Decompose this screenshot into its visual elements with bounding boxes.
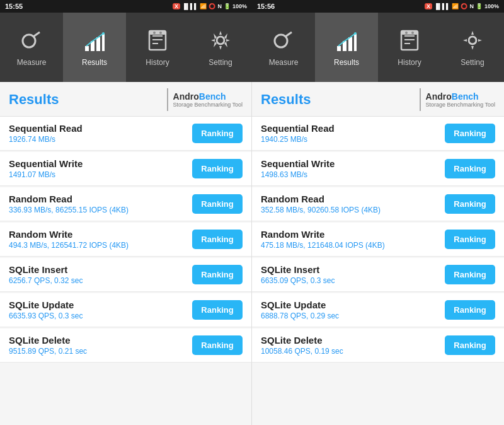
ranking-btn-seq-read-right[interactable]: Ranking xyxy=(445,124,495,143)
wifi-icon-left: 📶 xyxy=(200,3,207,9)
bench-value-seq-write-right: 1498.63 MB/s xyxy=(261,170,445,179)
bench-info-seq-write-right: Sequential Write 1498.63 MB/s xyxy=(261,158,445,179)
bench-value-sqlite-delete-right: 10058.46 QPS, 0.19 sec xyxy=(261,347,445,356)
bench-name-rand-write-left: Random Write xyxy=(9,229,192,240)
svg-rect-2 xyxy=(85,46,89,51)
bench-row-sqlite-update-left: SQLite Update 6635.93 QPS, 0.3 sec Ranki… xyxy=(0,293,251,327)
ranking-btn-seq-write-left[interactable]: Ranking xyxy=(192,159,243,178)
bench-row-seq-write-left: Sequential Write 1491.07 MB/s Ranking xyxy=(0,152,251,186)
bench-info-sqlite-update-right: SQLite Update 6888.78 QPS, 0.29 sec xyxy=(261,300,445,320)
setting-icon-left xyxy=(207,26,234,54)
results-header-right: Results AndroBench Storage Benchmarking … xyxy=(252,82,504,117)
ranking-btn-seq-write-right[interactable]: Ranking xyxy=(445,159,495,178)
results-icon-right xyxy=(333,26,360,54)
ranking-btn-rand-write-right[interactable]: Ranking xyxy=(445,230,495,249)
results-header-left: Results AndroBench Storage Benchmarking … xyxy=(0,82,251,117)
nav-label-results-right: Results xyxy=(334,58,359,67)
ranking-btn-sqlite-insert-left[interactable]: Ranking xyxy=(192,265,243,284)
bench-name-sqlite-delete-left: SQLite Delete xyxy=(9,335,192,346)
history-icon-right xyxy=(396,26,423,54)
bench-name-sqlite-insert-left: SQLite Insert xyxy=(9,264,192,275)
bench-row-seq-write-right: Sequential Write 1498.63 MB/s Ranking xyxy=(252,152,504,186)
nav-label-history-left: History xyxy=(146,58,169,67)
bench-row-sqlite-delete-right: SQLite Delete 10058.46 QPS, 0.19 sec Ran… xyxy=(252,329,504,363)
ranking-btn-sqlite-insert-right[interactable]: Ranking xyxy=(445,265,495,284)
ranking-btn-rand-write-left[interactable]: Ranking xyxy=(192,230,243,249)
setting-icon-right xyxy=(459,26,486,54)
bench-list-left: Sequential Read 1926.74 MB/s Ranking Seq… xyxy=(0,117,251,425)
androbench-logo-left: AndroBench Storage Benchmarking Tool xyxy=(167,88,243,111)
status-bars: 15:55 X ▐▌▌▌ 📶 ⭕ N 🔋 100% 15:56 X ▐▌▌▌ 📶… xyxy=(0,0,504,13)
nav-history-right[interactable]: History xyxy=(378,13,441,82)
logo-text-right: AndroBench xyxy=(426,91,495,102)
bench-row-sqlite-insert-right: SQLite Insert 6635.09 QPS, 0.3 sec Ranki… xyxy=(252,258,504,292)
wifi-icon-right: 📶 xyxy=(452,3,459,9)
bench-value-rand-read-right: 352.58 MB/s, 90260.58 IOPS (4KB) xyxy=(261,206,445,214)
bench-row-sqlite-update-right: SQLite Update 6888.78 QPS, 0.29 sec Rank… xyxy=(252,293,504,327)
bench-name-sqlite-update-left: SQLite Update xyxy=(9,300,192,310)
nav-measure-right[interactable]: Measure xyxy=(252,13,315,82)
androbench-logo-right: AndroBench Storage Benchmarking Tool xyxy=(420,88,495,111)
status-icons-right: X ▐▌▌▌ 📶 ⭕ N 🔋 100% xyxy=(425,3,499,9)
nav-results-right[interactable]: Results xyxy=(315,13,378,82)
bench-row-sqlite-delete-left: SQLite Delete 9515.89 QPS, 0.21 sec Rank… xyxy=(0,329,251,363)
svg-point-12 xyxy=(153,32,156,34)
nfc-icon-right: N xyxy=(469,3,474,9)
bench-info-sqlite-delete-right: SQLite Delete 10058.46 QPS, 0.19 sec xyxy=(261,335,445,356)
svg-point-15 xyxy=(217,37,224,44)
nav-history-left[interactable]: History xyxy=(126,13,189,82)
bench-row-rand-write-right: Random Write 475.18 MB/s, 121648.04 IOPS… xyxy=(252,223,504,257)
nav-setting-right[interactable]: Setting xyxy=(441,13,504,82)
bench-name-seq-write-left: Sequential Write xyxy=(9,158,192,169)
measure-icon-right xyxy=(270,26,297,54)
time-left: 15:55 xyxy=(5,3,23,10)
time-right: 15:56 xyxy=(257,3,275,10)
bench-info-sqlite-insert-right: SQLite Insert 6635.09 QPS, 0.3 sec xyxy=(261,264,445,285)
bench-list-right: Sequential Read 1940.25 MB/s Ranking Seq… xyxy=(252,117,504,425)
bench-row-rand-read-left: Random Read 336.93 MB/s, 86255.15 IOPS (… xyxy=(0,187,251,221)
ranking-btn-seq-read-left[interactable]: Ranking xyxy=(192,124,243,143)
svg-point-28 xyxy=(405,32,408,34)
bench-row-seq-read-right: Sequential Read 1940.25 MB/s Ranking xyxy=(252,117,504,151)
nav-label-measure-right: Measure xyxy=(269,58,299,67)
measure-icon-left xyxy=(18,26,45,54)
status-icons-left: X ▐▌▌▌ 📶 ⭕ N 🔋 100% xyxy=(173,3,247,9)
ranking-btn-sqlite-update-left[interactable]: Ranking xyxy=(192,300,243,320)
ranking-btn-rand-read-right[interactable]: Ranking xyxy=(445,194,495,214)
bench-name-seq-write-right: Sequential Write xyxy=(261,158,445,169)
bench-value-sqlite-update-left: 6635.93 QPS, 0.3 sec xyxy=(9,311,192,320)
nav-bars: Measure Results xyxy=(0,13,504,82)
nav-measure-left[interactable]: Measure xyxy=(0,13,63,82)
svg-point-31 xyxy=(469,37,476,44)
bench-info-sqlite-delete-left: SQLite Delete 9515.89 QPS, 0.21 sec xyxy=(9,335,192,356)
bench-name-seq-read-right: Sequential Read xyxy=(261,123,445,134)
main-area: Results AndroBench Storage Benchmarking … xyxy=(0,82,504,425)
nav-label-measure-left: Measure xyxy=(17,58,47,67)
bench-value-rand-write-right: 475.18 MB/s, 121648.04 IOPS (4KB) xyxy=(261,241,445,250)
bt-icon-right: ⭕ xyxy=(461,3,467,9)
signal-icon-right: ▐▌▌▌ xyxy=(434,3,450,9)
bench-info-seq-read-right: Sequential Read 1940.25 MB/s xyxy=(261,123,445,144)
bench-name-sqlite-delete-right: SQLite Delete xyxy=(261,335,445,346)
svg-point-29 xyxy=(411,32,414,34)
bench-name-sqlite-insert-right: SQLite Insert xyxy=(261,264,445,275)
nav-results-left[interactable]: Results xyxy=(63,13,126,82)
bench-info-rand-read-left: Random Read 336.93 MB/s, 86255.15 IOPS (… xyxy=(9,194,192,214)
ranking-btn-rand-read-left[interactable]: Ranking xyxy=(192,194,243,214)
bench-name-seq-read-left: Sequential Read xyxy=(9,123,192,134)
svg-line-1 xyxy=(33,32,40,37)
bench-name-rand-read-left: Random Read xyxy=(9,194,192,204)
bt-icon-left: ⭕ xyxy=(209,3,215,9)
battery-pct-right: 100% xyxy=(484,3,499,9)
ranking-btn-sqlite-delete-right[interactable]: Ranking xyxy=(445,335,495,355)
logo-sub-right: Storage Benchmarking Tool xyxy=(426,102,495,108)
svg-rect-5 xyxy=(102,33,105,51)
nav-label-setting-right: Setting xyxy=(461,58,484,67)
ranking-btn-sqlite-update-right[interactable]: Ranking xyxy=(445,300,495,320)
bench-name-rand-read-right: Random Read xyxy=(261,194,445,204)
bench-value-sqlite-insert-right: 6635.09 QPS, 0.3 sec xyxy=(261,276,445,285)
battery-pct-left: 100% xyxy=(232,3,247,9)
nav-setting-left[interactable]: Setting xyxy=(189,13,252,82)
bench-row-sqlite-insert-left: SQLite Insert 6256.7 QPS, 0.32 sec Ranki… xyxy=(0,258,251,292)
ranking-btn-sqlite-delete-left[interactable]: Ranking xyxy=(192,335,243,355)
